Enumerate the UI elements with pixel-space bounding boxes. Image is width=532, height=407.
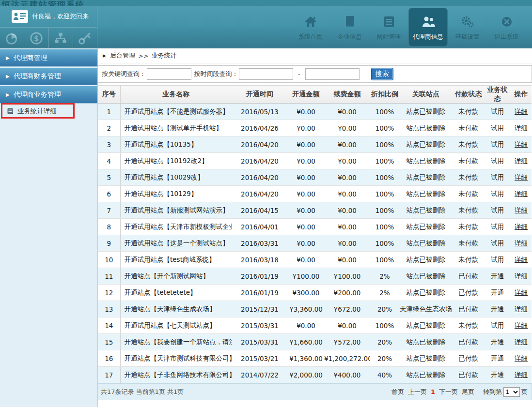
column-header: 付款状态 [453,86,484,104]
keyword-input[interactable] [147,68,191,80]
cell-business-name: 开通站点【子非鱼网络技术有限公司】 [120,367,232,383]
cell-open-date: 2016/04/20 [232,153,288,169]
cell-renew-amount: ¥0.00 [324,120,370,136]
cell-pay-status: 未付款 [453,104,484,120]
page-next-link[interactable]: 下一页 [439,388,458,396]
table-row: 6开通试用站点【10129】2016/04/20¥0.00¥0.00100%站点… [98,186,532,202]
cell-discount: 100% [370,104,399,120]
detail-link[interactable]: 详细 [515,354,528,362]
cell-site: 站点已被删除 [399,285,453,301]
sidebar-group-0[interactable]: ▶代理商管理 [0,49,97,67]
detail-link[interactable]: 详细 [515,190,528,197]
cell-renew-amount: ¥0.00 [324,202,370,219]
cell-action: 详细 [511,252,532,268]
cell-pay-status: 未付款 [453,169,484,186]
cell-renew-amount: ¥0.00 [324,136,370,153]
cell-business-name: 开通站点【天津市测试科技有限公司】 [120,350,232,367]
breadcrumb-current: 业务统计 [152,51,177,60]
pie-chart-icon[interactable] [0,28,24,48]
detail-link[interactable]: 详细 [515,124,528,132]
cell-renew-amount: ¥0.00 [324,235,370,252]
nav-label: 基础设置 [455,33,480,41]
cell-action: 详细 [511,120,532,136]
cell-no: 6 [98,186,120,202]
nav-item-users[interactable]: 代理商信息 [408,8,448,46]
cell-action: 详细 [511,350,532,367]
time-from-input[interactable] [239,68,293,80]
cell-biz-status: 开通 [484,268,511,285]
table-row: 17开通站点【子非鱼网络技术有限公司】2014/07/22¥2,000.00¥4… [98,367,532,383]
nav-item-gear[interactable]: 基础设置 [448,8,487,46]
sitemap-icon[interactable] [49,28,73,48]
quick-icons: $ [0,28,97,48]
cell-business-name: 开通试用站点【test商城系统】 [120,252,232,268]
page-last-link[interactable]: 尾页 [462,388,474,396]
document-icon [7,107,14,116]
detail-link[interactable]: 详细 [515,223,528,230]
detail-link[interactable]: 详细 [515,288,528,296]
nav-item-home[interactable]: 系统首页 [291,8,330,46]
cell-biz-status: 试用 [484,235,511,252]
main-content: ▶ 后台管理 >> 业务统计 按关键词查询 : 按时间段查询 : - 搜索 序号… [98,48,532,407]
header: 付良福，欢迎您回来 $ 系统首页企业信息网站管理代理商信息基础设置退出系统 [0,6,532,48]
detail-link[interactable]: 详细 [515,371,528,378]
detail-link[interactable]: 详细 [515,256,528,263]
cell-open-amount: ¥0.00 [288,169,324,186]
time-to-input[interactable] [305,68,360,80]
cell-site: 站点已被删除 [399,334,453,350]
detail-link[interactable]: 详细 [515,140,528,148]
cell-open-date: 2015/03/31 [232,334,288,350]
breadcrumb-root[interactable]: 后台管理 [110,51,135,60]
page-current: 1 [431,388,435,395]
cell-pay-status: 未付款 [453,317,484,334]
cell-open-amount: ¥0.00 [288,104,324,120]
page-select[interactable]: 1 [503,387,520,397]
cell-open-date: 2016/01/19 [232,268,288,285]
nav-item-power[interactable]: 退出系统 [487,8,526,46]
cell-business-name: 开通试用站点【10029改】 [120,169,232,186]
detail-link[interactable]: 详细 [515,305,528,313]
detail-link[interactable]: 详细 [515,206,528,214]
sidebar: ▶代理商管理▶代理商财务管理▶代理商业务管理 业务统计详细 [0,48,98,407]
nav-item-book[interactable]: 企业信息 [330,8,369,46]
users-icon [421,14,436,30]
detail-link[interactable]: 详细 [515,173,528,181]
cell-biz-status: 试用 [484,169,511,186]
cell-no: 13 [98,301,120,317]
cell-site: 站点已被删除 [399,252,453,268]
cell-biz-status: 试用 [484,153,511,169]
cell-pay-status: 未付款 [453,219,484,235]
cell-pay-status: 已付款 [453,285,484,301]
dollar-icon[interactable]: $ [24,28,48,48]
sidebar-group-2[interactable]: ▶代理商业务管理 [0,86,97,104]
sidebar-group-1[interactable]: ▶代理商财务管理 [0,68,97,85]
detail-link[interactable]: 详细 [515,107,528,115]
cell-renew-amount: ¥0.00 [324,104,370,120]
table-row: 16开通站点【天津市测试科技有限公司】2015/03/21¥1,360.00¥1… [98,350,532,367]
detail-link[interactable]: 详细 [515,157,528,165]
search-button[interactable]: 搜索 [371,68,393,80]
cell-renew-amount: ¥0.00 [324,219,370,235]
table-row: 13开通站点【天津绿色生成农场】2015/12/31¥3,360.00¥672.… [98,301,532,317]
cell-site: 站点已被删除 [399,350,453,367]
sidebar-item-business-stats-detail[interactable]: 业务统计详细 [0,104,97,119]
cell-open-date: 2015/03/31 [232,317,288,334]
detail-link[interactable]: 详细 [515,338,528,346]
detail-link[interactable]: 详细 [515,239,528,247]
cell-open-date: 2014/07/22 [232,367,288,383]
key-icon[interactable] [73,28,97,48]
detail-link[interactable]: 详细 [515,321,528,329]
page-first-link[interactable]: 首页 [391,388,404,396]
page-prev-link[interactable]: 上一页 [408,388,427,396]
sidebar-group-label: 代理商管理 [14,54,47,62]
detail-link[interactable]: 详细 [515,272,528,280]
triangle-icon: ▶ [6,92,10,97]
cell-business-name: 开通试用站点【新服测试网站演示】 [120,202,232,219]
cell-action: 详细 [511,136,532,153]
cell-open-amount: ¥3,360.00 [288,301,324,317]
cell-renew-amount: ¥0.00 [324,317,370,334]
cell-discount: 100% [370,186,399,202]
cell-pay-status: 未付款 [453,120,484,136]
cell-pay-status: 未付款 [453,252,484,268]
nav-item-list[interactable]: 网站管理 [369,8,408,46]
